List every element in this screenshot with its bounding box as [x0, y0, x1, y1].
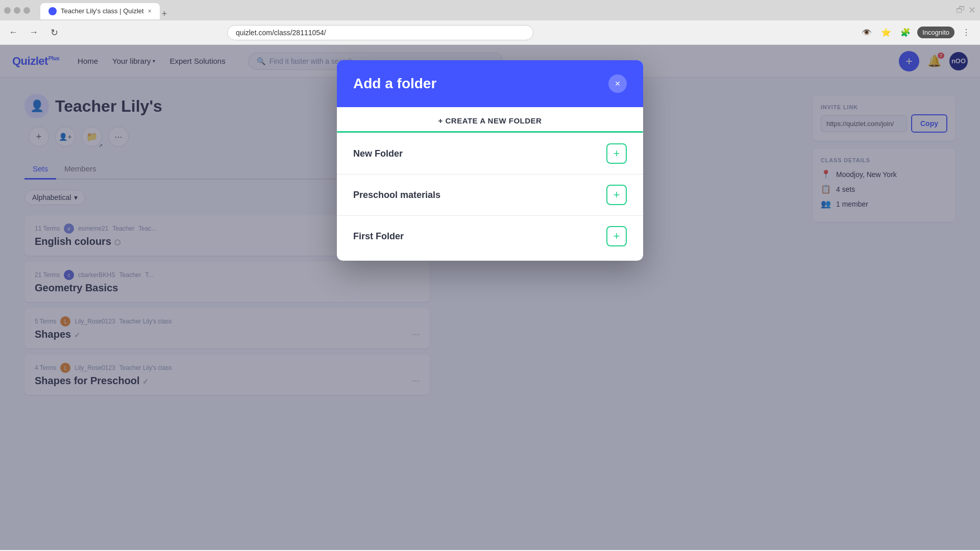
- modal-overlay[interactable]: Add a folder × + CREATE A NEW FOLDER New…: [0, 45, 980, 550]
- modal-title: Add a folder: [353, 76, 436, 92]
- tab-bar: Teacher Lily's class | Quizlet × +: [36, 2, 950, 19]
- add-to-folder-button[interactable]: +: [606, 185, 627, 205]
- win-minimize-btn[interactable]: [4, 7, 11, 14]
- add-to-folder-button[interactable]: +: [606, 226, 627, 246]
- window-close[interactable]: ✕: [968, 5, 976, 16]
- browser-actions: 👁️ ⭐ 🧩 Incognito ⋮: [859, 25, 974, 40]
- tab-favicon: [48, 7, 57, 15]
- folder-item: New Folder +: [337, 133, 643, 174]
- eye-slash-icon[interactable]: 👁️: [859, 25, 874, 40]
- new-tab-button[interactable]: +: [162, 9, 167, 19]
- active-tab-underline: [337, 131, 643, 133]
- active-tab[interactable]: Teacher Lily's class | Quizlet ×: [40, 3, 160, 19]
- folder-name: New Folder: [353, 148, 403, 159]
- address-bar-row: ← → ↻ 👁️ ⭐ 🧩 Incognito ⋮: [0, 20, 980, 45]
- refresh-icon: ↻: [51, 27, 58, 38]
- tab-close-btn[interactable]: ×: [148, 8, 152, 15]
- window-restore[interactable]: 🗗: [956, 5, 965, 16]
- create-new-folder-button[interactable]: + CREATE A NEW FOLDER: [438, 116, 542, 131]
- extensions-icon[interactable]: 🧩: [898, 25, 913, 40]
- app-container: QuizletPlus Home Your library ▾ Expert S…: [0, 45, 980, 550]
- modal-close-button[interactable]: ×: [608, 74, 627, 93]
- win-close-btn[interactable]: [23, 7, 30, 14]
- folder-item: First Folder +: [337, 216, 643, 257]
- back-button[interactable]: ←: [6, 26, 20, 40]
- address-input[interactable]: [227, 25, 533, 40]
- folder-name: Preschool materials: [353, 190, 440, 201]
- modal-body: + CREATE A NEW FOLDER New Folder + Presc…: [337, 107, 643, 261]
- folder-list: New Folder + Preschool materials + First…: [337, 133, 643, 261]
- browser-chrome: Teacher Lily's class | Quizlet × + 🗗 ✕ ←…: [0, 0, 980, 45]
- refresh-button[interactable]: ↻: [47, 26, 61, 40]
- modal-header: Add a folder ×: [337, 60, 643, 107]
- incognito-badge: Incognito: [917, 27, 954, 38]
- forward-button[interactable]: →: [27, 26, 41, 40]
- menu-icon[interactable]: ⋮: [959, 25, 974, 40]
- folder-item: Preschool materials +: [337, 174, 643, 216]
- back-arrow-icon: ←: [9, 27, 18, 38]
- browser-title-bar: Teacher Lily's class | Quizlet × + 🗗 ✕: [0, 0, 980, 20]
- win-maximize-btn[interactable]: [14, 7, 20, 14]
- add-to-folder-button[interactable]: +: [606, 143, 627, 164]
- bookmark-icon[interactable]: ⭐: [878, 25, 894, 40]
- folder-name: First Folder: [353, 231, 404, 242]
- add-folder-modal: Add a folder × + CREATE A NEW FOLDER New…: [337, 60, 643, 261]
- create-new-tab[interactable]: + CREATE A NEW FOLDER: [337, 107, 643, 133]
- forward-arrow-icon: →: [29, 27, 38, 38]
- tab-title: Teacher Lily's class | Quizlet: [61, 7, 144, 15]
